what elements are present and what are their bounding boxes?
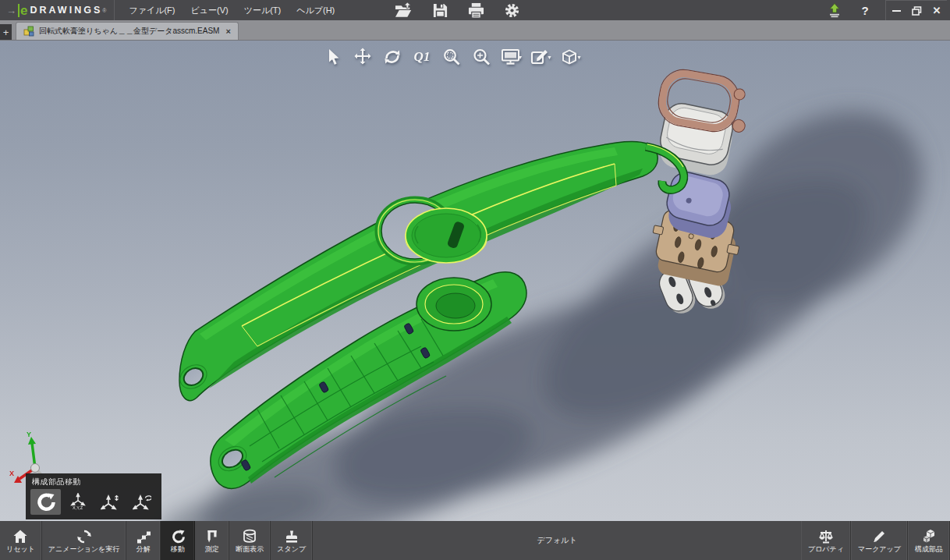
reset-label: リセット xyxy=(6,546,35,553)
close-icon: ✕ xyxy=(933,5,941,16)
configuration-label[interactable]: デフォルト xyxy=(313,521,801,560)
tab-title: 回転式軟膏塗りちゃん＿＿金型データasscm.EASM xyxy=(39,26,219,37)
move-label: 移動 xyxy=(171,546,185,553)
explode-label: 分解 xyxy=(136,546,151,553)
zoom-fit-tool-button[interactable]: Q1 xyxy=(410,44,434,69)
move-icon xyxy=(170,529,186,544)
markup-tools-button[interactable]: ▾ xyxy=(529,44,552,69)
run-animation-button[interactable]: アニメーションを実行 xyxy=(42,521,126,560)
components-button[interactable]: 構成部品 xyxy=(908,521,950,560)
markup-dropdown-caret[interactable]: ▾ xyxy=(548,54,551,61)
move-mode-along-axis[interactable] xyxy=(94,489,125,515)
titlebar-right: ? ✕ xyxy=(824,0,950,20)
bottom-toolbar: リセット アニメーションを実行 分解 移動 測定 xyxy=(0,521,950,560)
part-round-cap-cylinder[interactable] xyxy=(406,208,487,263)
fullscreen-tool-button[interactable]: ▾ xyxy=(499,44,523,69)
menu-tools[interactable]: ツール(T) xyxy=(236,0,289,20)
rotate-icon xyxy=(382,47,402,67)
markup-button[interactable]: マークアップ xyxy=(851,521,908,560)
pan-icon xyxy=(353,47,373,67)
print-button[interactable] xyxy=(466,1,486,19)
stamp-button[interactable]: スタンプ xyxy=(271,521,313,560)
move-panel-title: 構成部品移動 xyxy=(26,473,161,489)
bottom-toolbar-right: プロパティ マークアップ 構成部品 xyxy=(801,521,950,560)
home-icon xyxy=(12,529,28,544)
move-mode-free-drag[interactable] xyxy=(30,489,61,515)
logo-arrow-icon: → xyxy=(6,5,16,16)
settings-button[interactable] xyxy=(502,1,522,19)
minimize-icon xyxy=(892,10,901,12)
measure-button[interactable]: 測定 xyxy=(195,521,229,560)
menu-help[interactable]: ヘルプ(H) xyxy=(289,0,342,20)
zoom-area-tool-button[interactable] xyxy=(440,44,463,69)
reset-button[interactable]: リセット xyxy=(0,521,42,560)
logo-name: DRAWINGS xyxy=(30,5,102,16)
move-component-panel: 構成部品移動 X,Y,Z xyxy=(26,473,161,519)
move-mode-rotate-about-axis[interactable] xyxy=(126,489,157,515)
rotate-tool-button[interactable] xyxy=(381,44,404,69)
run-animation-icon xyxy=(76,529,92,544)
publish-share-button[interactable] xyxy=(824,1,845,19)
gear-icon xyxy=(504,2,520,19)
save-button[interactable] xyxy=(430,1,450,19)
move-panel-modes: X,Y,Z xyxy=(26,489,161,515)
fullscreen-dropdown-caret[interactable]: ▾ xyxy=(519,54,522,61)
zoom-icon xyxy=(472,48,491,67)
explode-button[interactable]: 分解 xyxy=(126,521,161,560)
tab-close-button[interactable]: × xyxy=(224,27,230,36)
window-controls: ✕ xyxy=(885,0,947,20)
3d-viewport[interactable]: Q1 ▾ xyxy=(0,41,950,521)
maximize-icon xyxy=(912,6,922,16)
move-along-axis-icon xyxy=(101,494,119,511)
document-tab[interactable]: 回転式軟膏塗りちゃん＿＿金型データasscm.EASM × xyxy=(16,22,239,40)
logo-e: e xyxy=(18,4,27,17)
save-icon xyxy=(432,2,448,19)
components-label: 構成部品 xyxy=(915,546,943,553)
assembly-file-icon xyxy=(23,26,34,37)
views-dropdown-caret[interactable]: ▾ xyxy=(577,54,580,61)
triad-x-label: X xyxy=(9,470,14,477)
document-tab-bar: + 回転式軟膏塗りちゃん＿＿金型データasscm.EASM × xyxy=(0,20,950,41)
lower-arm-dome-ring xyxy=(417,278,491,331)
components-cubes-icon xyxy=(921,529,937,544)
view-toolbar: Q1 ▾ xyxy=(321,44,582,69)
close-button[interactable]: ✕ xyxy=(927,1,947,20)
fullscreen-monitor-icon xyxy=(500,47,521,67)
open-button[interactable] xyxy=(394,1,414,19)
zoom-area-icon xyxy=(442,48,462,67)
minimize-button[interactable] xyxy=(886,1,906,20)
publish-share-icon xyxy=(827,2,842,18)
measure-label: 測定 xyxy=(205,546,219,553)
menu-bar: ファイル(F) ビュー(V) ツール(T) ヘルプ(H) xyxy=(121,0,342,20)
select-tool-button[interactable] xyxy=(321,44,345,69)
help-button[interactable]: ? xyxy=(857,4,873,17)
move-mode-translate-xyz[interactable]: X,Y,Z xyxy=(62,489,93,515)
print-icon xyxy=(467,2,485,19)
triad-y-label: Y xyxy=(27,431,31,438)
free-drag-rotate-icon xyxy=(36,492,56,512)
stamp-label: スタンプ xyxy=(277,546,306,553)
xyz-caption: X,Y,Z xyxy=(73,506,83,511)
properties-label: プロパティ xyxy=(808,546,844,553)
app-logo: → e DRAWINGS ® xyxy=(0,0,115,20)
model-scene: Y X xyxy=(0,41,950,521)
select-cursor-icon xyxy=(324,48,342,66)
section-view-button[interactable]: 断面表示 xyxy=(229,521,271,560)
section-view-icon xyxy=(242,529,257,544)
zoom-tool-button[interactable] xyxy=(470,44,493,69)
stamp-icon xyxy=(284,529,300,544)
maximize-button[interactable] xyxy=(906,1,927,20)
new-tab-button[interactable]: + xyxy=(0,24,12,40)
markup-label: マークアップ xyxy=(858,546,901,553)
section-view-label: 断面表示 xyxy=(236,546,264,553)
properties-button[interactable]: プロパティ xyxy=(801,521,851,560)
logo-registered-mark: ® xyxy=(102,8,106,13)
properties-scale-icon xyxy=(818,529,834,544)
pan-tool-button[interactable] xyxy=(351,44,374,69)
run-animation-label: アニメーションを実行 xyxy=(48,546,119,553)
markup-pencil-icon xyxy=(871,529,887,544)
standard-views-button[interactable]: ▾ xyxy=(558,44,582,69)
menu-file[interactable]: ファイル(F) xyxy=(121,0,183,20)
move-button[interactable]: 移動 xyxy=(161,521,195,560)
menu-view[interactable]: ビュー(V) xyxy=(183,0,236,20)
